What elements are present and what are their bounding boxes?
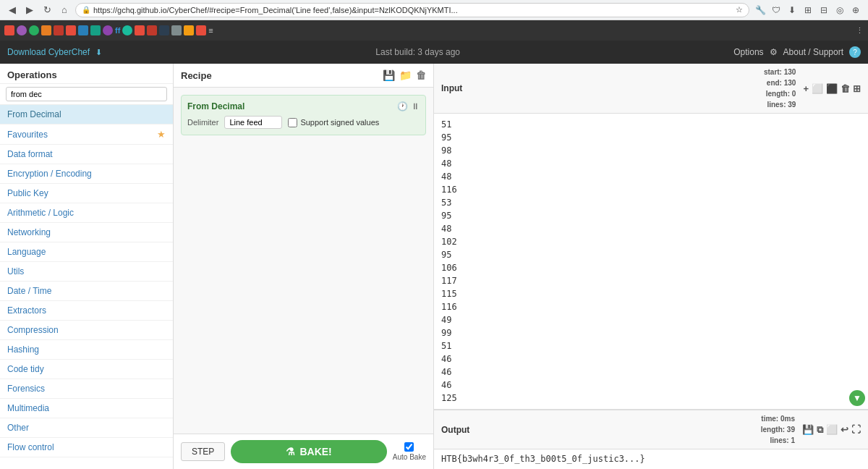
toolbar-overflow[interactable]: ⋮ bbox=[856, 26, 864, 35]
clock-icon[interactable]: 🕐 bbox=[397, 101, 408, 111]
sidebar-item-label: Arithmetic / Logic bbox=[7, 208, 74, 218]
sidebar-item-from-decimal[interactable]: From Decimal bbox=[0, 105, 173, 124]
signed-checkbox[interactable] bbox=[288, 118, 297, 127]
tab-icon[interactable]: ⊞ bbox=[801, 4, 814, 17]
output-maximize-icon[interactable]: ⬜ bbox=[826, 424, 838, 435]
input-header: Input start: 130 end: 130 length: 0 line… bbox=[434, 64, 868, 114]
sidebar-item-label: Flow control bbox=[7, 442, 54, 452]
sidebar-item-label: Encryption / Encoding bbox=[7, 169, 92, 179]
recipe-header-icons: 💾 📁 🗑 bbox=[383, 69, 426, 81]
download-arrow-icon: ⬇ bbox=[95, 48, 102, 57]
scroll-down-button[interactable]: ▼ bbox=[849, 390, 865, 406]
input-trash-icon[interactable]: 🗑 bbox=[841, 83, 850, 94]
more-icon[interactable]: ⊕ bbox=[849, 4, 862, 17]
output-copy-icon[interactable]: ⧉ bbox=[817, 424, 823, 436]
browser-actions: 🔧 🛡 ⬇ ⊞ ⊟ ◎ ⊕ bbox=[754, 4, 862, 17]
favourites-label: Favourites bbox=[7, 130, 48, 140]
about-button[interactable]: About / Support bbox=[783, 47, 843, 57]
sidebar-item-label: Code tidy bbox=[7, 364, 44, 374]
recipe-content: From Decimal 🕐 ⏸ Delimiter Support signe… bbox=[174, 88, 433, 434]
input-meta-start: start: 130 bbox=[764, 67, 796, 77]
sidebar-item-label: Other bbox=[7, 423, 29, 433]
download-icon[interactable]: ⬇ bbox=[786, 4, 799, 17]
output-expand-icon[interactable]: ⛶ bbox=[851, 424, 861, 435]
sidebar-item-label: Language bbox=[7, 247, 46, 257]
bake-label: BAKE! bbox=[299, 446, 331, 457]
search-row bbox=[0, 84, 173, 105]
sidebar-item-extractors[interactable]: Extractors bbox=[0, 301, 173, 321]
output-header: Output time: 0ms length: 39 lines: 1 💾 ⧉… bbox=[434, 410, 868, 449]
search-input[interactable] bbox=[6, 87, 167, 101]
ext-icon-12 bbox=[147, 25, 157, 35]
pause-icon[interactable]: ⏸ bbox=[411, 101, 420, 111]
ext-icon-6 bbox=[66, 25, 76, 35]
bake-icon: ⚗ bbox=[286, 446, 295, 457]
recipe-open-icon[interactable]: 📁 bbox=[399, 69, 412, 81]
sidebar-item-networking[interactable]: Networking bbox=[0, 223, 173, 242]
sidebar-item-data-format[interactable]: Data format bbox=[0, 145, 173, 164]
output-save-icon[interactable]: 💾 bbox=[802, 424, 814, 435]
ext-icon-3 bbox=[29, 25, 39, 35]
sidebar-item-multimedia[interactable]: Multimedia bbox=[0, 399, 173, 418]
sidebar-item-label: Multimedia bbox=[7, 403, 49, 413]
input-content[interactable]: 51 95 98 48 48 116 53 95 48 102 95 106 1… bbox=[434, 114, 868, 409]
delimiter-input[interactable] bbox=[224, 116, 282, 129]
app-header-right: Options ⚙ About / Support ? bbox=[733, 46, 861, 58]
step-button[interactable]: STEP bbox=[181, 442, 225, 461]
ext-icon-1 bbox=[4, 25, 14, 35]
output-meta: time: 0ms length: 39 lines: 1 bbox=[761, 413, 795, 446]
window-icon[interactable]: ⊟ bbox=[817, 4, 830, 17]
back-button[interactable]: ◀ bbox=[6, 4, 19, 17]
sidebar-item-utils[interactable]: Utils bbox=[0, 262, 173, 282]
sidebar-item-compression[interactable]: Compression bbox=[0, 321, 173, 340]
recipe-delete-icon[interactable]: 🗑 bbox=[416, 69, 426, 81]
input-grid-icon[interactable]: ⊞ bbox=[853, 83, 861, 94]
sidebar-item-hashing[interactable]: Hashing bbox=[0, 340, 173, 360]
output-meta-lines: lines: 1 bbox=[761, 435, 795, 446]
sidebar-item-encryption[interactable]: Encryption / Encoding bbox=[0, 164, 173, 184]
sidebar-item-code-tidy[interactable]: Code tidy bbox=[0, 360, 173, 379]
shield-icon[interactable]: 🛡 bbox=[770, 4, 783, 17]
options-button[interactable]: Options bbox=[733, 47, 763, 57]
refresh-button[interactable]: ↻ bbox=[41, 4, 54, 17]
home-button[interactable]: ⌂ bbox=[58, 4, 71, 17]
input-meta-length: length: 0 bbox=[764, 88, 796, 99]
sidebar-item-language[interactable]: Language bbox=[0, 242, 173, 262]
menu-icon[interactable]: ≡ bbox=[208, 26, 213, 35]
bookmark-icon: ☆ bbox=[736, 5, 743, 14]
gear-icon[interactable]: ⚙ bbox=[770, 47, 778, 57]
ext-icon-8 bbox=[90, 25, 101, 35]
input-split-icon[interactable]: ⬛ bbox=[826, 83, 838, 94]
sidebar-item-public-key[interactable]: Public Key bbox=[0, 184, 173, 203]
recipe-card-header: From Decimal 🕐 ⏸ bbox=[187, 101, 420, 111]
ext-label: ff bbox=[115, 26, 120, 35]
output-undo-icon[interactable]: ↩ bbox=[841, 424, 848, 435]
recipe-card-from-decimal: From Decimal 🕐 ⏸ Delimiter Support signe… bbox=[181, 95, 426, 135]
sidebar-item-forensics[interactable]: Forensics bbox=[0, 379, 173, 399]
bake-button[interactable]: ⚗ BAKE! bbox=[231, 440, 387, 463]
sidebar-item-other[interactable]: Other bbox=[0, 418, 173, 438]
url-bar[interactable]: 🔒 https://gchq.github.io/CyberChef/#reci… bbox=[75, 3, 749, 17]
auto-bake-checkbox[interactable] bbox=[404, 442, 414, 452]
ext-icon-15 bbox=[184, 25, 194, 35]
lock-icon: 🔒 bbox=[82, 6, 90, 14]
sidebar-item-label: Date / Time bbox=[7, 286, 51, 296]
sidebar-item-datetime[interactable]: Date / Time bbox=[0, 282, 173, 301]
wrench-icon[interactable]: 🔧 bbox=[754, 4, 767, 17]
sidebar-item-arithmetic[interactable]: Arithmetic / Logic bbox=[0, 203, 173, 223]
forward-button[interactable]: ▶ bbox=[23, 4, 36, 17]
app-header: Download CyberChef ⬇ Last build: 3 days … bbox=[0, 41, 868, 64]
camera-icon[interactable]: ◎ bbox=[833, 4, 846, 17]
ext-icon-13 bbox=[159, 25, 169, 35]
sidebar-item-label: From Decimal bbox=[7, 109, 61, 119]
input-icons: + ⬜ ⬛ 🗑 ⊞ bbox=[803, 83, 861, 94]
input-meta: start: 130 end: 130 length: 0 lines: 39 bbox=[764, 67, 796, 110]
input-maximize-icon[interactable]: ⬜ bbox=[812, 83, 823, 94]
sidebar-item-favourites[interactable]: Favourites ★ bbox=[0, 124, 173, 145]
help-icon[interactable]: ? bbox=[849, 46, 861, 58]
input-add-icon[interactable]: + bbox=[803, 83, 809, 94]
sidebar-item-flow-control[interactable]: Flow control bbox=[0, 438, 173, 457]
download-link[interactable]: Download CyberChef bbox=[7, 47, 90, 57]
sidebar-item-label: Utils bbox=[7, 266, 24, 276]
recipe-save-icon[interactable]: 💾 bbox=[383, 69, 395, 81]
